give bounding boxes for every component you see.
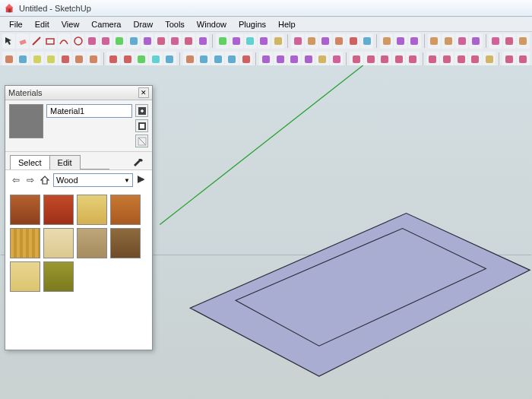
tool-select[interactable] <box>2 33 15 49</box>
tool-dimension[interactable] <box>216 33 229 49</box>
tool-top[interactable] <box>442 33 454 49</box>
menu-edit[interactable]: Edit <box>29 18 55 30</box>
tool-ball-y[interactable] <box>378 52 391 67</box>
eyedropper-icon[interactable] <box>132 157 144 169</box>
tab-select[interactable]: Select <box>10 155 50 169</box>
tool-offset[interactable] <box>182 33 195 49</box>
tool-axes[interactable] <box>258 33 271 49</box>
tool-look[interactable] <box>408 33 421 49</box>
materials-panel-header[interactable]: Materials ✕ <box>5 86 152 100</box>
nav-home-icon[interactable] <box>39 174 51 186</box>
tool-move[interactable] <box>141 33 154 49</box>
nav-forward-icon[interactable]: ⇨ <box>24 174 36 186</box>
swatch-wood-pine[interactable] <box>77 195 107 225</box>
tool-pushpull[interactable] <box>127 33 140 49</box>
library-details-icon[interactable]: ⯈ <box>135 174 147 186</box>
tool-iso[interactable] <box>428 33 441 49</box>
tool-sandbox-smoove[interactable] <box>17 52 30 67</box>
tool-protractor[interactable] <box>244 33 257 49</box>
swatch-wood-cherry[interactable] <box>10 195 40 225</box>
tool-sandbox-flip[interactable] <box>73 52 87 67</box>
menu-plugins[interactable]: Plugins <box>233 18 272 30</box>
tool-plugin-k[interactable] <box>225 52 239 67</box>
tool-plugin-blue[interactable] <box>106 52 120 67</box>
tool-position-camera[interactable] <box>380 33 393 49</box>
swatch-wood-birch[interactable] <box>10 261 40 292</box>
tool-orbit[interactable] <box>291 33 304 49</box>
tool-sandbox-mesh[interactable] <box>87 52 100 67</box>
tool-front[interactable] <box>455 33 468 49</box>
tool-plugin-o[interactable] <box>211 52 225 67</box>
tool-circ-g[interactable] <box>440 52 454 67</box>
tool-arrow[interactable] <box>489 33 502 49</box>
tool-plugin-arrow[interactable] <box>183 52 197 67</box>
swatch-wood-ash[interactable] <box>77 228 107 258</box>
create-material-button[interactable] <box>135 104 148 117</box>
material-name-input[interactable] <box>46 104 132 118</box>
tool-cyl3[interactable] <box>287 52 301 67</box>
tool-paint2[interactable] <box>503 33 516 49</box>
tool-section[interactable] <box>271 33 284 49</box>
tool-cyl-y[interactable] <box>330 52 344 67</box>
menu-view[interactable]: View <box>55 18 86 30</box>
nav-back-icon[interactable]: ⇦ <box>10 174 22 186</box>
swatch-wood-red[interactable] <box>43 195 74 225</box>
tool-circ-b[interactable] <box>468 52 482 67</box>
tool-ball-w[interactable] <box>364 52 378 67</box>
tab-edit[interactable]: Edit <box>49 155 81 169</box>
menu-tools[interactable]: Tools <box>159 18 191 30</box>
tool-sandbox-grid[interactable] <box>2 52 16 67</box>
tool-plugin-r[interactable] <box>163 52 177 67</box>
tool-text[interactable] <box>230 33 242 49</box>
tool-zoom-extents[interactable] <box>333 33 346 49</box>
tool-previous[interactable] <box>360 33 373 49</box>
swatch-wood-olive[interactable] <box>43 261 74 292</box>
tool-ball-g[interactable] <box>406 52 420 67</box>
tool-paint[interactable] <box>85 33 98 49</box>
tool-sandbox-stamp[interactable] <box>30 52 44 67</box>
close-icon[interactable]: ✕ <box>138 87 149 98</box>
tool-box[interactable] <box>517 33 530 49</box>
backface-toggle[interactable] <box>135 135 148 147</box>
swatch-wood-bamboo[interactable] <box>10 228 40 258</box>
tool-plugin-c[interactable] <box>197 52 211 67</box>
tool-line[interactable] <box>30 33 43 49</box>
material-preview[interactable] <box>9 104 43 138</box>
tool-ball-t[interactable] <box>392 52 406 67</box>
tool-cyl2[interactable] <box>274 52 287 67</box>
library-select[interactable]: Wood ▼ <box>53 173 133 187</box>
tool-plugin-box[interactable] <box>149 52 163 67</box>
tool-shape1[interactable] <box>502 52 516 67</box>
menu-window[interactable]: Window <box>191 18 233 30</box>
tool-side[interactable] <box>469 33 482 49</box>
tool-walk[interactable] <box>394 33 407 49</box>
tool-plugin-play[interactable] <box>239 52 253 67</box>
tool-tape[interactable] <box>196 33 209 49</box>
default-material-button[interactable] <box>135 119 148 132</box>
swatch-wood-walnut[interactable] <box>110 228 141 258</box>
tool-sandbox-drape[interactable] <box>45 52 59 67</box>
tool-component[interactable] <box>113 33 126 49</box>
tool-zoom[interactable] <box>319 33 332 49</box>
tool-cyl-add[interactable] <box>315 52 329 67</box>
swatch-wood-oak[interactable] <box>110 195 141 225</box>
menu-file[interactable]: File <box>3 18 29 30</box>
tool-cyl1[interactable] <box>259 52 273 67</box>
tool-panel[interactable] <box>100 33 112 49</box>
tool-circ-y[interactable] <box>426 52 440 67</box>
tool-rotate[interactable] <box>154 33 167 49</box>
menu-help[interactable]: Help <box>272 18 302 30</box>
tool-cone[interactable] <box>302 52 315 67</box>
swatch-wood-maple[interactable] <box>43 228 74 258</box>
tool-arc[interactable] <box>58 33 71 49</box>
tool-zoom-window[interactable] <box>347 33 359 49</box>
tool-shape2[interactable] <box>517 52 530 67</box>
tool-rectangle[interactable] <box>44 33 57 49</box>
menu-draw[interactable]: Draw <box>127 18 159 30</box>
tool-plugin-cyan[interactable] <box>121 52 135 67</box>
tool-sandbox-add[interactable] <box>59 52 72 67</box>
tool-pan[interactable] <box>305 33 318 49</box>
tool-ball-o[interactable] <box>350 52 363 67</box>
tool-scale[interactable] <box>169 33 182 49</box>
tool-plugin-sq[interactable] <box>135 52 149 67</box>
